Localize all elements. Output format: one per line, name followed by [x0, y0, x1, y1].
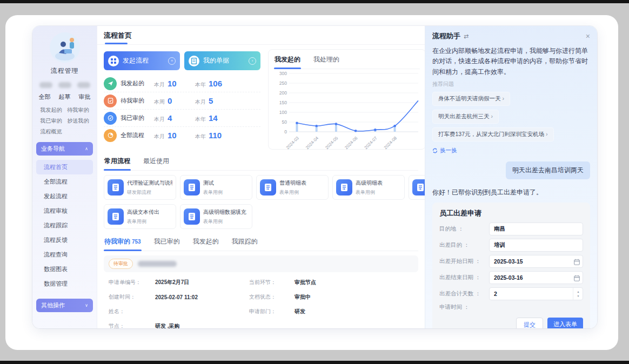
- form-app-icon: [184, 208, 200, 225]
- destination-field[interactable]: [489, 223, 583, 235]
- quick-stat-labels: 全部 起草 审批: [32, 93, 97, 101]
- process-tile[interactable]: 高级明细表表单用例: [332, 175, 405, 200]
- tile-category: 表单用例: [279, 189, 306, 196]
- suggestion-chip[interactable]: 身体不适明天请病假一天›: [432, 92, 510, 106]
- chip-label: 打车费137元，从深大北门到深圳宝安机场: [438, 131, 544, 137]
- tab-i-initiated[interactable]: 我发起的: [192, 235, 219, 251]
- stat-row-initiated[interactable]: 我发起的 本月10 本年106: [104, 75, 260, 92]
- my-documents-button[interactable]: 我的单据 ›: [184, 51, 260, 70]
- status-badge: 待审批: [109, 259, 133, 269]
- refresh-suggestions-button[interactable]: 换一换: [432, 147, 590, 154]
- sidebar-item-data-management[interactable]: 数据管理: [36, 277, 93, 291]
- svg-text:2024-04: 2024-04: [305, 136, 320, 150]
- stat-row-reviewed[interactable]: 我已审的 本月4 本年14: [104, 110, 260, 127]
- submit-button[interactable]: 提交: [516, 318, 543, 328]
- blurred-card-title: [138, 261, 177, 267]
- svg-text:2024-08: 2024-08: [383, 136, 398, 150]
- sidebar-group-other[interactable]: 其他操作 ∨: [36, 299, 93, 312]
- stat-period: 本年: [195, 81, 206, 89]
- stat-value: 14: [209, 113, 218, 123]
- field-label: 出差开始日期 ：: [439, 258, 489, 265]
- field-value: 研发 ,采购: [155, 322, 242, 328]
- circle-plus-icon: +: [168, 57, 176, 65]
- svg-text:2024-06: 2024-06: [344, 136, 359, 150]
- blurred-stat-value: [58, 82, 71, 88]
- sidebar-item-data-charts[interactable]: 数据图表: [36, 262, 93, 277]
- stat-label-all[interactable]: 全部: [39, 93, 51, 101]
- end-date-field[interactable]: [489, 271, 583, 284]
- enter-form-button[interactable]: 进入表单: [547, 318, 583, 328]
- sidebar-item-all-processes[interactable]: 全部流程: [36, 174, 93, 189]
- field-label: 目的地 ：: [439, 225, 489, 233]
- stat-label: 全部流程: [121, 131, 154, 139]
- user-message-bubble: 明天出差去南昌培训两天: [506, 161, 590, 179]
- close-icon[interactable]: ×: [586, 32, 590, 40]
- tile-category: 表单用例: [356, 189, 383, 196]
- stat-label-draft[interactable]: 起草: [59, 93, 71, 101]
- stat-period: 本月: [195, 98, 206, 106]
- process-tile[interactable]: 普通明细表表单用例: [256, 175, 329, 200]
- link-reviewed[interactable]: 我已审的: [41, 117, 62, 125]
- step-up-icon[interactable]: ▲: [577, 290, 580, 293]
- swap-arrows-icon[interactable]: ⇄: [464, 33, 469, 40]
- form-app-icon: [108, 179, 124, 196]
- process-tile[interactable]: 高级文本传出表单用例: [104, 204, 176, 229]
- stat-value: 0: [168, 96, 172, 105]
- stat-label: 我已审的: [121, 114, 154, 122]
- process-tile[interactable]: 发票识别组件-表单用例: [409, 175, 425, 200]
- chevron-down-icon: ∨: [85, 303, 88, 308]
- tab-count: 753: [132, 239, 141, 245]
- stat-period: 本年: [195, 116, 206, 123]
- stat-period: 本月: [154, 116, 165, 123]
- sidebar-item-process-home[interactable]: 流程首页: [36, 160, 93, 174]
- tab-i-reviewed[interactable]: 我已审的: [153, 235, 180, 251]
- link-cc-me[interactable]: 抄送我的: [68, 117, 89, 125]
- process-tile[interactable]: 代理验证测试与说明研发部流程: [104, 175, 176, 200]
- form-app-icon: [108, 208, 124, 225]
- stat-value: 106: [209, 79, 222, 88]
- document-icon: [189, 56, 199, 66]
- sidebar-group-business-nav[interactable]: 业务导航 ∧: [36, 142, 93, 156]
- start-date-field[interactable]: [489, 255, 583, 268]
- tab-my-processed[interactable]: 我处理的: [313, 53, 340, 69]
- tab-recently-used[interactable]: 最近使用: [143, 155, 170, 170]
- field-label: 创建时间：: [109, 293, 148, 301]
- process-tile[interactable]: 高级明细数据填充表单用例: [180, 204, 252, 229]
- stat-label-approve[interactable]: 审批: [79, 93, 91, 101]
- number-stepper[interactable]: ▲▼: [573, 288, 583, 300]
- tab-i-track[interactable]: 我跟踪的: [231, 235, 258, 251]
- link-process-overview[interactable]: 流程概览: [41, 128, 62, 136]
- tab-my-initiated[interactable]: 我发起的: [274, 53, 301, 69]
- stat-row-all[interactable]: 全部流程 本月10 本年110: [104, 127, 260, 144]
- step-down-icon[interactable]: ▼: [577, 294, 580, 298]
- trip-purpose-field[interactable]: [489, 239, 583, 252]
- calendar-icon[interactable]: [574, 274, 580, 284]
- quick-stat-values: [32, 82, 97, 88]
- total-days-stepper[interactable]: [489, 287, 583, 300]
- sidebar-item-process-query[interactable]: 流程查询: [36, 247, 93, 262]
- main-header: 流程首页: [97, 26, 425, 45]
- sidebar-item-process-tracking[interactable]: 流程跟踪: [36, 218, 93, 233]
- group-label: 业务导航: [41, 145, 65, 153]
- tile-category: 表单用例: [203, 189, 223, 196]
- link-my-initiated[interactable]: 我发起的: [41, 106, 62, 114]
- app-name: 流程管理: [32, 66, 97, 76]
- suggestion-chip[interactable]: 打车费137元，从深大北门到深圳宝安机场›: [432, 127, 554, 141]
- sidebar-item-process-feedback[interactable]: 流程反馈: [36, 233, 93, 247]
- process-tile[interactable]: 测试表单用例: [180, 175, 252, 200]
- tab-common-processes[interactable]: 常用流程: [104, 155, 131, 170]
- suggestion-chip[interactable]: 明天出差去杭州三天›: [432, 110, 499, 124]
- link-pending-review[interactable]: 待我审的: [68, 106, 89, 114]
- stat-period: 本年: [195, 133, 206, 140]
- form-title: 员工出差申请: [439, 208, 583, 218]
- field-label: 申请单编号：: [109, 279, 148, 286]
- field-value: 2025-02-07 11:02: [155, 294, 242, 300]
- tab-pending-my-review[interactable]: 待我审的753: [104, 235, 142, 251]
- sidebar-item-initiate-process[interactable]: 发起流程: [36, 189, 93, 204]
- calendar-icon[interactable]: [574, 258, 580, 267]
- todo-card[interactable]: 待审批 申请单编号： 2025年2月7日 当前环节： 审批节点 创建时间： 20…: [104, 255, 418, 328]
- refresh-label: 换一换: [440, 147, 457, 154]
- initiate-process-button[interactable]: 发起流程 +: [104, 51, 180, 70]
- sidebar-item-process-review[interactable]: 流程审核: [36, 204, 93, 218]
- stat-row-pending[interactable]: 待我审的 本周0 本月5: [104, 92, 260, 110]
